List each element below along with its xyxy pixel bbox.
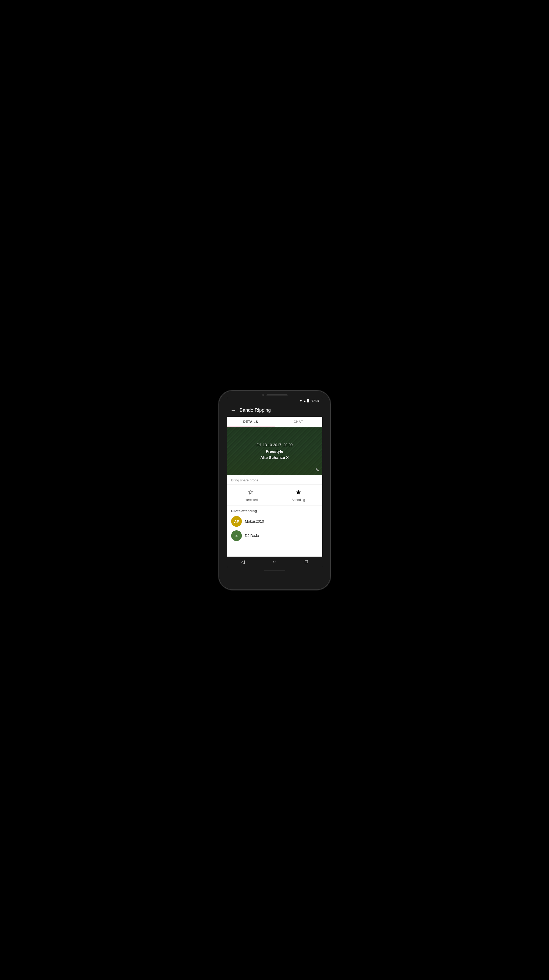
status-time: 07:00 (312, 399, 319, 402)
hero-image: Fri, 13.10.2017, 20:00 Freestyle Alte Sc… (227, 427, 322, 475)
bottom-bar-line (264, 570, 285, 571)
screen: ▼ ▲ ▊ 07:00 ← Bando Ripping DETAILS CHAT… (227, 398, 322, 567)
content-area: Bring spare props ☆ Interested ★ Attendi… (227, 475, 322, 557)
bottom-nav: ◁ ○ □ (227, 557, 322, 567)
svg-text:AF: AF (234, 519, 239, 523)
interested-button[interactable]: ☆ Interested (227, 488, 275, 502)
phone-shell: ▼ ▲ ▊ 07:00 ← Bando Ripping DETAILS CHAT… (219, 391, 330, 589)
recent-nav-button[interactable]: □ (301, 557, 312, 567)
star-outline-icon: ☆ (248, 488, 254, 496)
camera-dot (262, 394, 264, 396)
phone-bottom-bar (219, 567, 330, 574)
battery-icon: ▊ (307, 399, 309, 402)
event-type: Freestyle (266, 449, 283, 453)
tab-chat[interactable]: CHAT (275, 417, 322, 427)
event-location: Alte Schanze X (260, 455, 289, 460)
hero-overlay: Fri, 13.10.2017, 20:00 Freestyle Alte Sc… (227, 427, 322, 475)
avatar-dj: DJ (231, 530, 242, 541)
attending-label: Attending (291, 498, 305, 502)
interested-label: Interested (243, 498, 258, 502)
wifi-icon: ▼ (299, 399, 302, 402)
star-filled-icon: ★ (295, 488, 301, 496)
app-bar: ← Bando Ripping (227, 404, 322, 417)
interest-row: ☆ Interested ★ Attending (227, 485, 322, 506)
pilots-heading: Pilots attending (231, 509, 318, 513)
speaker-bar (266, 394, 288, 396)
event-date: Fri, 13.10.2017, 20:00 (256, 443, 293, 447)
app-title: Bando Ripping (240, 407, 271, 413)
back-button[interactable]: ← (231, 407, 236, 413)
phone-top-bar (219, 391, 330, 398)
signal-icon: ▲ (303, 399, 306, 402)
pilot-row[interactable]: AF Mokus2010 (231, 516, 318, 527)
avatar-mokus: AF (231, 516, 242, 527)
tab-details[interactable]: DETAILS (227, 417, 275, 427)
tabs-bar: DETAILS CHAT (227, 417, 322, 427)
status-icons: ▼ ▲ ▊ 07:00 (299, 399, 319, 402)
edit-icon[interactable]: ✎ (316, 467, 319, 473)
pilots-section: Pilots attending AF Mokus2010 (227, 506, 322, 548)
pilot-row[interactable]: DJ DJ DaJa (231, 530, 318, 541)
svg-text:DJ: DJ (234, 534, 238, 537)
home-nav-button[interactable]: ○ (269, 557, 280, 567)
note-text: Bring spare props (227, 475, 322, 485)
attending-button[interactable]: ★ Attending (275, 488, 322, 502)
pilot-name-mokus: Mokus2010 (245, 519, 264, 523)
status-bar: ▼ ▲ ▊ 07:00 (227, 398, 322, 404)
back-nav-button[interactable]: ◁ (237, 557, 248, 567)
pilot-name-dj: DJ DaJa (245, 533, 259, 538)
